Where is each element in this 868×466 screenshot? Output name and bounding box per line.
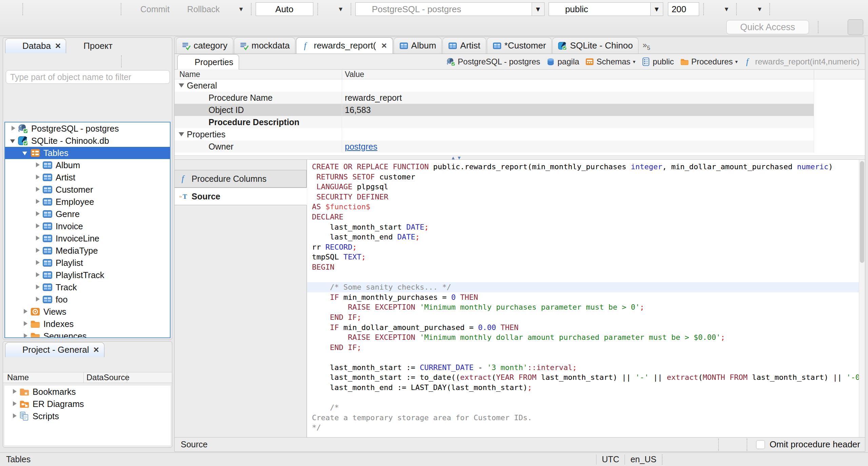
editor-tab-category[interactable]: category	[176, 37, 233, 54]
breadcrumb-item-postgresql-postgres[interactable]: PostgreSQL - postgres	[445, 56, 542, 67]
expand-arrow-icon[interactable]	[10, 411, 19, 421]
scrollbar-thumb[interactable]	[860, 161, 864, 263]
fetch-size-input[interactable]	[668, 2, 699, 16]
expand-arrow-icon[interactable]	[33, 173, 42, 182]
expand-arrow-icon[interactable]	[10, 399, 19, 409]
column-header-datasource[interactable]: DataSource	[84, 372, 127, 383]
code-line[interactable]: RAISE EXCEPTION 'Minimum monthly dollar …	[307, 332, 859, 343]
owner-link[interactable]: postgres	[345, 142, 377, 152]
tree-item-album[interactable]: Album	[5, 159, 170, 171]
code-line[interactable]: END IF;	[307, 312, 859, 323]
group-collapse-icon[interactable]	[179, 132, 184, 136]
auto-commit-combo[interactable]: Auto	[256, 2, 313, 16]
expand-arrow-icon[interactable]	[21, 319, 30, 329]
code-line[interactable]: */	[307, 423, 859, 433]
dropdown-chevron-icon[interactable]: ▾	[735, 59, 738, 65]
code-line[interactable]: last_month_end DATE;	[307, 232, 859, 242]
commit-button[interactable]: Commit	[125, 3, 172, 16]
collapse-all-button[interactable]	[131, 56, 140, 67]
code-line[interactable]: rr RECORD;	[307, 242, 859, 252]
tree-item-foo[interactable]: foo	[5, 293, 170, 306]
expand-arrow-icon[interactable]	[33, 185, 42, 194]
code-line[interactable]	[307, 272, 859, 283]
expand-arrow-icon[interactable]	[8, 124, 18, 133]
tree-item-genre[interactable]: Genre	[5, 208, 170, 220]
code-line[interactable]: last_month_start := CURRENT_DATE - '3 mo…	[307, 363, 859, 373]
expand-arrow-icon[interactable]	[33, 270, 42, 280]
code-line[interactable]	[307, 352, 859, 363]
refresh-connection-button[interactable]: ▼	[708, 3, 732, 15]
property-row-owner[interactable]: Ownerpostgres	[175, 140, 865, 153]
dbeaver-perspective-button[interactable]	[848, 19, 863, 35]
property-row-general[interactable]: General	[175, 79, 865, 92]
new-sql-editor-button[interactable]	[102, 3, 117, 15]
code-line[interactable]: IF min_dollar_amount_purchased = 0.00 TH…	[307, 323, 859, 333]
expand-all-button[interactable]	[144, 359, 154, 370]
project-settings-button[interactable]	[116, 359, 125, 370]
code-line[interactable]: last_month_start := to_date((extract(YEA…	[307, 372, 859, 383]
close-icon[interactable]: ✕	[55, 42, 61, 51]
undo-button[interactable]	[774, 3, 789, 15]
code-line[interactable]: /*	[307, 403, 859, 413]
subtab-source[interactable]: ‹›TSource	[175, 188, 307, 205]
tree-item-tables[interactable]: Tables	[5, 147, 170, 159]
property-row-object-id[interactable]: Object ID16,583	[175, 104, 865, 116]
tree-item-indexes[interactable]: Indexes	[5, 318, 170, 330]
breadcrumb-item-schemas[interactable]: Schemas▾	[583, 56, 637, 67]
code-line[interactable]: SECURITY DEFINER	[307, 192, 859, 202]
code-line[interactable]: last_month_start DATE;	[307, 222, 859, 232]
schema-combo[interactable]: public	[549, 2, 650, 16]
breadcrumb-item-procedures[interactable]: Procedures▾	[678, 56, 740, 67]
editor-tab-mockdata[interactable]: mockdata	[234, 37, 296, 54]
schema-combo-arrow[interactable]: ▼	[650, 2, 663, 16]
collapse-arrow-icon[interactable]	[8, 136, 18, 145]
open-sql-console-button[interactable]	[87, 3, 102, 15]
close-icon[interactable]: ✕	[381, 42, 387, 50]
code-line[interactable]: CREATE OR REPLACE FUNCTION public.reward…	[307, 162, 859, 172]
tab-project-general[interactable]: Project - General ✕	[5, 342, 104, 357]
code-line[interactable]: last_month_end := LAST_DAY(last_month_st…	[307, 383, 859, 393]
omit-procedure-header-checkbox[interactable]	[756, 440, 765, 449]
transaction-mode-button[interactable]: ▼	[222, 3, 247, 15]
code-line[interactable]: RAISE EXCEPTION 'Minimum monthly purchas…	[307, 302, 859, 312]
rollback-button[interactable]: Rollback	[172, 3, 222, 16]
load-from-file-button[interactable]	[684, 439, 694, 451]
breadcrumb-item-rewards-report-int4-numeric[interactable]: frewards_report(int4,numeric)	[742, 56, 862, 67]
vertical-scrollbar[interactable]	[859, 160, 865, 437]
tree-item-postgresql-postgres[interactable]: PostgreSQL - postgres	[5, 122, 170, 135]
code-line[interactable]: Create a temporary storage area for Cust…	[307, 413, 859, 423]
nav-new-folder-button[interactable]	[103, 56, 112, 67]
sql-editor-button[interactable]	[72, 3, 87, 15]
collapse-all-button[interactable]	[130, 359, 139, 370]
expand-arrow-icon[interactable]	[21, 307, 30, 316]
tree-item-views[interactable]: Views	[5, 306, 170, 318]
status-timezone[interactable]: UTC	[602, 454, 619, 464]
expand-arrow-icon[interactable]	[33, 283, 42, 292]
link-with-editor-button[interactable]	[145, 56, 154, 67]
collapse-arrow-icon[interactable]	[21, 148, 30, 158]
transaction-log-button[interactable]: ▼	[322, 3, 347, 15]
property-row-procedure-name[interactable]: Procedure Namerewards_report	[175, 92, 865, 104]
editor-tab-album[interactable]: Album	[394, 37, 442, 54]
tree-item-sqlite-chinook-db[interactable]: SQLite - Chinook.db	[5, 135, 170, 147]
maximize-button[interactable]	[851, 41, 861, 50]
expand-arrow-icon[interactable]	[33, 295, 42, 304]
link-with-editor-button[interactable]	[158, 359, 168, 370]
minimize-button[interactable]	[835, 41, 845, 50]
expand-arrow-icon[interactable]	[33, 258, 42, 268]
editor-tab-rewards-report[interactable]: frewards_report(✕	[296, 37, 393, 54]
close-icon[interactable]: ✕	[93, 346, 99, 354]
minimize-button[interactable]	[143, 41, 153, 50]
property-row-procedure-description[interactable]: Procedure Description	[175, 116, 865, 128]
maximize-button[interactable]	[158, 41, 169, 50]
tree-item-playlisttrack[interactable]: PlaylistTrack	[5, 269, 170, 281]
expand-arrow-icon[interactable]	[10, 387, 19, 396]
breadcrumb-item-public[interactable]: public	[639, 56, 676, 67]
expand-arrow-icon[interactable]	[33, 221, 42, 231]
open-perspective-button[interactable]	[827, 21, 843, 34]
column-header-name[interactable]: Name	[3, 372, 84, 383]
reconnect-button[interactable]	[42, 3, 57, 15]
code-line[interactable]: IF min_monthly_purchases = 0 THEN	[307, 292, 859, 303]
editor-tab-artist[interactable]: Artist	[442, 37, 486, 54]
expand-arrow-icon[interactable]	[33, 209, 42, 219]
